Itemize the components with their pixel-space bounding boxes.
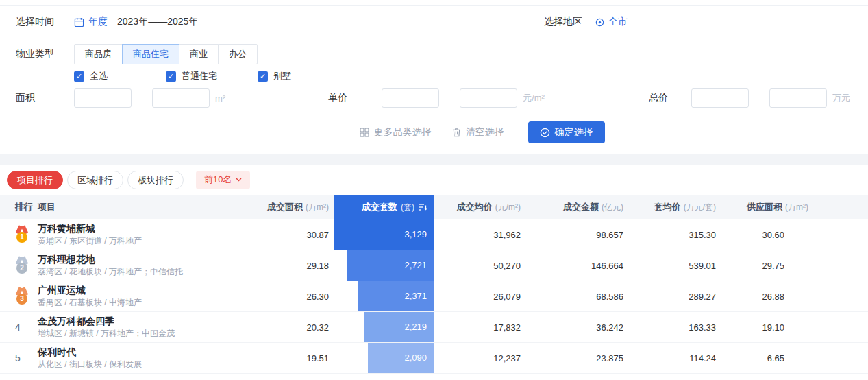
col-label: 套均价 — [654, 202, 681, 212]
deal-units-value: 2,219 — [364, 312, 435, 342]
total-price-max-input[interactable] — [769, 88, 827, 108]
bronze-medal-icon: 3 — [15, 288, 29, 305]
range-filter-row: 面积 – m² 单价 – 元/m² 总价 – 万元 — [0, 88, 868, 108]
more-categories-button[interactable]: 更多品类选择 — [360, 126, 432, 139]
deal-units-cell: 3,129 — [329, 219, 434, 250]
deal-amount-value: 146.664 — [521, 261, 623, 271]
range-separator: – — [439, 93, 460, 104]
project-name: 万科理想花地 — [38, 254, 260, 265]
clear-selection-label: 清空选择 — [466, 126, 504, 139]
tab-project-ranking[interactable]: 项目排行 — [7, 171, 63, 189]
total-price-unit-label: 万元 — [832, 92, 850, 104]
section-divider-band — [0, 154, 868, 165]
col-unit: (万m²) — [785, 202, 808, 212]
col-header-deal-units-sorted[interactable]: 成交套数 (套) — [334, 195, 434, 219]
location-icon — [595, 17, 605, 27]
checkbox-label: 普通住宅 — [182, 70, 217, 82]
confirm-selection-label: 确定选择 — [555, 126, 593, 139]
project-cell: 保利时代 从化区 / 街口板块 / 保利发展 — [38, 346, 260, 370]
clear-selection-button[interactable]: 清空选择 — [452, 126, 504, 139]
project-detail: 荔湾区 / 花地板块 / 万科地产；中信信托 — [38, 267, 260, 277]
rank-cell: 5 — [0, 353, 38, 364]
deal-amount-value: 36.242 — [521, 322, 623, 333]
property-type-row: 物业类型 商品房 商品住宅 商业 办公 — [0, 44, 868, 64]
checkbox-select-all[interactable]: ✓ 全选 — [74, 70, 166, 82]
table-row[interactable]: 4 金茂万科都会四季 增城区 / 新塘镇 / 万科地产；中国金茂 20.32 2… — [0, 312, 868, 343]
area-max-input[interactable] — [152, 88, 210, 108]
tab-region-ranking[interactable]: 区域排行 — [67, 171, 123, 189]
unit-price-range-label: 单价 — [328, 92, 382, 104]
top-n-dropdown[interactable]: 前10名 — [196, 171, 250, 189]
checkbox-villa[interactable]: ✓ 别墅 — [258, 70, 349, 82]
deal-amount-value: 68.586 — [521, 292, 623, 302]
subtype-checkbox-row: ✓ 全选 ✓ 普通住宅 ✓ 别墅 — [0, 71, 868, 82]
area-min-input[interactable] — [74, 88, 132, 108]
price-per-unit-value: 289.27 — [623, 292, 716, 302]
deal-units-bar: 2,219 — [364, 312, 435, 342]
region-value-link[interactable]: 全市 — [608, 16, 628, 28]
deal-amount-value: 23.875 — [521, 353, 623, 364]
project-name: 保利时代 — [38, 346, 260, 357]
area-range-label: 面积 — [16, 92, 74, 104]
col-label: 成交套数 — [362, 201, 397, 213]
silver-medal-icon: 2 — [15, 257, 29, 274]
grid-icon — [360, 128, 369, 137]
deal-units-bar: 2,721 — [347, 250, 434, 281]
top-divider — [0, 0, 868, 6]
table-row[interactable]: 5 保利时代 从化区 / 街口板块 / 保利发展 19.51 2,090 12,… — [0, 343, 868, 374]
supply-area-value: 30.60 — [716, 230, 808, 240]
table-row[interactable]: 1 万科黄埔新城 黄埔区 / 东区街道 / 万科地产 30.87 3,129 3… — [0, 219, 868, 250]
gold-medal-icon: 1 — [15, 226, 29, 243]
deal-units-bar: 2,090 — [368, 343, 435, 373]
property-tab-commercial-housing[interactable]: 商品房 — [74, 44, 123, 64]
col-unit: (亿元) — [602, 202, 623, 212]
avg-price-value: 50,270 — [434, 261, 521, 271]
unit-price-min-input[interactable] — [382, 88, 439, 108]
price-per-unit-value: 539.01 — [623, 261, 716, 271]
checkbox-ordinary-residence[interactable]: ✓ 普通住宅 — [166, 70, 258, 82]
checkbox-checked-icon: ✓ — [166, 71, 176, 82]
deal-area-value: 20.32 — [260, 322, 329, 333]
table-header-row: 排行 项目 成交面积(万m²) 成交套数 (套) 成交均价(元/m²) 成交金额… — [0, 195, 868, 219]
project-detail: 增城区 / 新塘镇 / 万科地产；中国金茂 — [38, 329, 260, 339]
col-header-supply-area: 供应面积(万m²) — [716, 201, 808, 213]
col-header-deal-amount: 成交金额(亿元) — [521, 201, 623, 213]
avg-price-value: 26,079 — [434, 292, 521, 302]
price-per-unit-value: 114.24 — [623, 353, 716, 364]
deal-units-value: 2,721 — [347, 250, 434, 281]
deal-units-value: 3,129 — [334, 219, 434, 250]
col-unit: (元/m²) — [495, 202, 521, 212]
table-row[interactable]: 2 万科理想花地 荔湾区 / 花地板块 / 万科地产；中信信托 29.18 2,… — [0, 250, 868, 281]
deal-units-cell: 2,721 — [329, 250, 434, 281]
property-tab-office[interactable]: 办公 — [218, 44, 258, 64]
filter-actions-row: 更多品类选择 清空选择 确定选择 — [0, 121, 868, 143]
checkbox-checked-icon: ✓ — [74, 71, 84, 82]
supply-area-value: 19.10 — [716, 322, 808, 333]
col-header-deal-area: 成交面积(万m²) — [260, 201, 329, 213]
property-tab-residential[interactable]: 商品住宅 — [122, 44, 179, 64]
rank-cell: 4 — [0, 322, 38, 333]
project-cell: 万科黄埔新城 黄埔区 / 东区街道 / 万科地产 — [38, 223, 260, 246]
price-per-unit-value: 315.30 — [623, 230, 716, 240]
confirm-selection-button[interactable]: 确定选择 — [528, 121, 605, 143]
tab-block-ranking[interactable]: 板块排行 — [127, 171, 184, 189]
deal-units-cell: 2,371 — [329, 281, 434, 311]
avg-price-value: 17,832 — [434, 322, 521, 333]
total-price-min-input[interactable] — [691, 88, 749, 108]
rank-cell: 1 — [0, 226, 38, 243]
avg-price-value: 12,237 — [434, 353, 521, 364]
rank-cell: 2 — [0, 257, 38, 274]
property-tab-business[interactable]: 商业 — [179, 44, 219, 64]
col-label: 成交金额 — [563, 202, 599, 212]
filter-panel: 选择时间 年度 2023年——2025年 选择地区 全市 — [0, 6, 868, 143]
unit-price-max-input[interactable] — [460, 88, 517, 108]
table-row[interactable]: 3 广州亚运城 番禺区 / 石基板块 / 中海地产 26.30 2,371 26… — [0, 281, 868, 312]
time-mode-link[interactable]: 年度 — [88, 16, 108, 28]
project-name: 广州亚运城 — [38, 285, 260, 296]
region-filter-group: 选择地区 全市 — [544, 16, 628, 28]
project-detail: 黄埔区 / 东区街道 / 万科地产 — [38, 236, 260, 246]
avg-price-value: 31,962 — [434, 230, 521, 240]
col-unit: (万m²) — [306, 202, 329, 212]
time-range-value: 2023年——2025年 — [117, 16, 198, 28]
time-filter-label: 选择时间 — [16, 16, 74, 28]
